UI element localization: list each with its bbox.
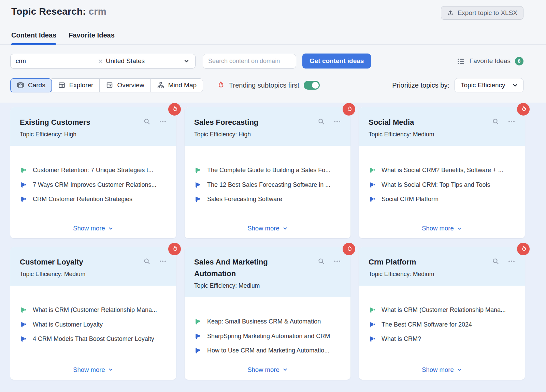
cards-view-icon	[17, 81, 24, 89]
overview-view-icon	[106, 81, 113, 89]
cards-grid: Existing Customers Topic Efficiency: Hig…	[10, 107, 536, 380]
show-more-label: Show more	[73, 225, 105, 232]
headline-text: The Best CRM Software for 2024	[382, 321, 472, 329]
headline-item[interactable]: What is Social CRM? Benefits, Software +…	[369, 166, 515, 174]
megaphone-icon	[194, 333, 201, 340]
headline-item[interactable]: What is Customer Loyalty	[20, 321, 167, 329]
view-cards-button[interactable]: Cards	[10, 78, 52, 92]
headline-list: The Complete Guide to Building a Sales F…	[185, 146, 350, 220]
tab-content-ideas[interactable]: Content Ideas	[11, 31, 56, 44]
card-search-icon[interactable]	[318, 258, 325, 265]
megaphone-icon	[369, 306, 376, 314]
get-content-ideas-button[interactable]: Get content ideas	[302, 54, 371, 69]
card-header: Crm Platform Topic Efficiency: Medium	[359, 247, 525, 286]
headline-text: 4 CRM Models That Boost Customer Loyalty	[33, 335, 154, 343]
view-mindmap-label: Mind Map	[168, 81, 197, 89]
headline-item[interactable]: CRM Customer Retention Strategies	[20, 195, 167, 203]
card-header: Sales Forecasting Topic Efficiency: High	[185, 107, 350, 146]
card-header: Existing Customers Topic Efficiency: Hig…	[10, 107, 176, 146]
trending-flame-badge	[517, 103, 530, 116]
show-more-link[interactable]: Show more	[359, 220, 525, 238]
card-search-icon[interactable]	[492, 118, 499, 125]
card-topic-efficiency: Topic Efficiency: High	[20, 131, 167, 138]
headline-item[interactable]: Keap: Small Business CRM & Automation	[194, 318, 341, 326]
show-more-link[interactable]: Show more	[185, 220, 350, 238]
trending-flame-badge	[343, 243, 355, 255]
domain-search-input[interactable]	[203, 54, 296, 69]
topic-query-input[interactable]	[11, 58, 98, 65]
headline-item[interactable]: How to Use CRM and Marketing Automatio..…	[194, 347, 341, 355]
headline-list: What is Social CRM? Benefits, Software +…	[359, 146, 525, 220]
prioritize-label: Prioritize topics by:	[392, 81, 449, 89]
headline-item[interactable]: Sales Forecasting Software	[194, 195, 341, 203]
megaphone-icon	[194, 347, 201, 354]
show-more-link[interactable]: Show more	[359, 361, 525, 380]
megaphone-icon	[369, 321, 376, 328]
headline-text: How to Use CRM and Marketing Automatio..…	[207, 347, 329, 355]
card-search-icon[interactable]	[143, 118, 150, 125]
show-more-link[interactable]: Show more	[10, 220, 176, 238]
upload-icon	[447, 10, 454, 16]
megaphone-icon	[194, 318, 201, 325]
show-more-link[interactable]: Show more	[10, 361, 176, 380]
card-more-options-icon[interactable]	[507, 118, 516, 125]
view-overview-button[interactable]: Overview	[99, 78, 150, 92]
view-explorer-button[interactable]: Explorer	[52, 78, 100, 92]
headline-item[interactable]: 4 CRM Models That Boost Customer Loyalty	[20, 335, 167, 343]
headline-item[interactable]: The 12 Best Sales Forecasting Software i…	[194, 181, 341, 189]
prioritize-select[interactable]: Topic Efficiency	[455, 78, 523, 92]
card-more-options-icon[interactable]	[333, 258, 341, 265]
card-more-options-icon[interactable]	[333, 118, 341, 125]
show-more-label: Show more	[247, 366, 279, 374]
page-title: Topic Research:crm	[11, 6, 106, 17]
headline-list: What is CRM (Customer Relationship Mana.…	[359, 286, 525, 361]
topic-card: Crm Platform Topic Efficiency: Medium Wh…	[359, 247, 525, 380]
show-more-link[interactable]: Show more	[185, 361, 350, 380]
card-search-icon[interactable]	[318, 118, 325, 125]
cards-section: Existing Customers Topic Efficiency: Hig…	[0, 103, 546, 392]
chevron-down-icon	[108, 226, 113, 231]
favorite-ideas-link[interactable]: Favorite Ideas 8	[457, 57, 523, 65]
trending-flame-badge	[517, 243, 530, 255]
show-more-label: Show more	[422, 225, 454, 232]
search-row: United States Get content ideas Favorite…	[0, 54, 546, 69]
country-select[interactable]: United States	[100, 54, 195, 68]
tab-favorite-ideas[interactable]: Favorite Ideas	[69, 31, 115, 44]
headline-text: What is CRM?	[382, 335, 421, 343]
headline-item[interactable]: The Complete Guide to Building a Sales F…	[194, 166, 341, 174]
export-topic-button[interactable]: Export topic to XLSX	[441, 6, 523, 20]
card-more-options-icon[interactable]	[159, 258, 167, 265]
headline-text: What is CRM (Customer Relationship Mana.…	[33, 306, 157, 314]
card-more-options-icon[interactable]	[159, 118, 167, 125]
favorite-ideas-label: Favorite Ideas	[470, 57, 511, 65]
chevron-down-icon	[457, 226, 462, 231]
headline-item[interactable]: The Best CRM Software for 2024	[369, 321, 515, 329]
headline-item[interactable]: What is CRM (Customer Relationship Mana.…	[369, 306, 515, 314]
headline-item[interactable]: Social CRM Platform	[369, 195, 515, 203]
headline-item[interactable]: What is Social CRM: Top Tips and Tools	[369, 181, 515, 189]
card-actions	[492, 258, 516, 265]
headline-item[interactable]: SharpSpring Marketing Automation and CRM	[194, 332, 341, 340]
query-wrap	[11, 54, 100, 68]
card-search-icon[interactable]	[143, 258, 150, 265]
headline-item[interactable]: What is CRM?	[369, 335, 515, 343]
chevron-down-icon	[512, 82, 518, 89]
headline-text: Social CRM Platform	[382, 195, 439, 203]
headline-item[interactable]: 7 Ways CRM Improves Customer Relations..…	[20, 181, 167, 189]
headline-item[interactable]: What is CRM (Customer Relationship Mana.…	[20, 306, 167, 314]
trending-toggle[interactable]	[304, 81, 320, 90]
topic-card: Existing Customers Topic Efficiency: Hig…	[10, 107, 176, 238]
topic-card: Customer Loyalty Topic Efficiency: Mediu…	[10, 247, 176, 380]
headline-item[interactable]: Customer Retention: 7 Unique Strategies …	[20, 166, 167, 174]
headline-text: What is Social CRM? Benefits, Software +…	[382, 166, 503, 174]
headline-text: What is CRM (Customer Relationship Mana.…	[382, 306, 506, 314]
card-header: Sales And Marketing Automation Topic Eff…	[185, 247, 350, 297]
megaphone-icon	[20, 335, 27, 343]
card-search-icon[interactable]	[492, 258, 499, 265]
card-more-options-icon[interactable]	[507, 258, 516, 265]
view-cards-label: Cards	[28, 81, 45, 89]
headline-text: The Complete Guide to Building a Sales F…	[207, 166, 330, 174]
headline-text: Customer Retention: 7 Unique Strategies …	[33, 166, 153, 174]
view-mindmap-button[interactable]: Mind Map	[150, 78, 203, 92]
megaphone-icon	[20, 167, 27, 174]
